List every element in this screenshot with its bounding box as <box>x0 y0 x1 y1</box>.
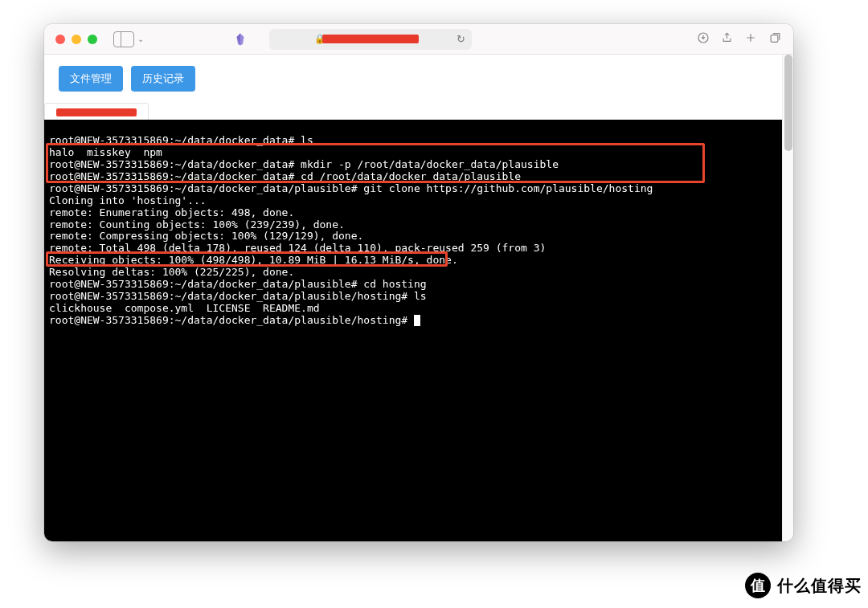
terminal-output[interactable]: root@NEW-3573315869:~/data/docker_data# … <box>44 120 782 541</box>
watermark-text: 什么值得买 <box>777 575 862 597</box>
download-icon[interactable] <box>697 31 710 47</box>
safari-window: ⌄ 🔒 ↻ 文件管理 历史记录 <box>44 24 793 541</box>
chevron-down-icon[interactable]: ⌄ <box>137 35 144 43</box>
action-button-row: 文件管理 历史记录 <box>44 55 782 103</box>
terminal-line: Cloning into 'hosting'... <box>49 194 207 206</box>
close-window-button[interactable] <box>55 35 65 44</box>
terminal-line: root@NEW-3573315869:~/data/docker_data/p… <box>49 182 653 194</box>
terminal-line: remote: Total 498 (delta 178), reused 12… <box>49 242 546 254</box>
maximize-window-button[interactable] <box>88 35 97 44</box>
terminal-line: remote: Compressing objects: 100% (129/1… <box>49 230 363 242</box>
file-management-button[interactable]: 文件管理 <box>59 66 123 92</box>
terminal-line: halo misskey npm <box>49 146 162 158</box>
terminal-tab[interactable] <box>44 103 149 120</box>
address-bar[interactable]: 🔒 ↻ <box>269 29 472 50</box>
toolbar-right <box>697 31 782 47</box>
address-bar-text-redacted <box>322 35 419 43</box>
terminal-line: root@NEW-3573315869:~/data/docker_data# … <box>49 170 521 182</box>
new-tab-icon[interactable] <box>744 31 757 47</box>
sidebar-toggle-button[interactable] <box>113 31 134 48</box>
titlebar: ⌄ 🔒 ↻ <box>44 24 793 55</box>
terminal-line: clickhouse compose.yml LICENSE README.md <box>49 302 320 314</box>
reload-icon[interactable]: ↻ <box>457 33 465 45</box>
watermark: 值 什么值得买 <box>745 573 862 598</box>
watermark-badge: 值 <box>745 573 771 598</box>
share-icon[interactable] <box>721 31 733 47</box>
terminal-line: Resolving deltas: 100% (225/225), done. <box>49 266 294 278</box>
terminal-line: remote: Counting objects: 100% (239/239)… <box>49 218 345 231</box>
minimize-window-button[interactable] <box>72 35 81 44</box>
tabs-overview-icon[interactable] <box>768 31 782 47</box>
terminal-line: root@NEW-3573315869:~/data/docker_data/p… <box>49 290 427 302</box>
window-controls <box>55 35 97 44</box>
app-extension-icon[interactable] <box>232 31 248 47</box>
terminal-line: root@NEW-3573315869:~/data/docker_data/p… <box>49 278 427 290</box>
terminal-line: remote: Enumerating objects: 498, done. <box>49 206 294 218</box>
tab-label-redacted <box>56 108 137 116</box>
tab-strip <box>44 103 782 120</box>
terminal-line: root@NEW-3573315869:~/data/docker_data# … <box>49 134 313 146</box>
svg-rect-1 <box>771 35 778 42</box>
terminal-cursor <box>414 315 420 326</box>
scrollbar-thumb[interactable] <box>784 55 792 151</box>
terminal-line: Receiving objects: 100% (498/498), 10.89… <box>49 254 458 266</box>
history-button[interactable]: 历史记录 <box>131 66 195 92</box>
page-content: 文件管理 历史记录 root@NEW-3573315869:~/data/doc… <box>44 55 782 541</box>
vertical-scrollbar[interactable] <box>782 55 793 541</box>
terminal-line: root@NEW-3573315869:~/data/docker_data/p… <box>49 314 414 326</box>
terminal-line: root@NEW-3573315869:~/data/docker_data# … <box>49 158 559 170</box>
